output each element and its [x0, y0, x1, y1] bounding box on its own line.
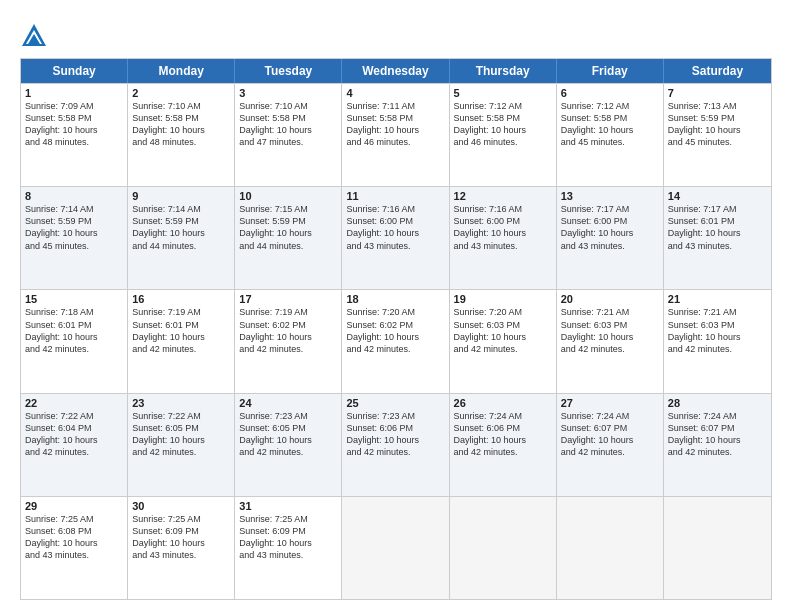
cell-line: and 43 minutes. — [346, 240, 444, 252]
cell-line: Sunrise: 7:12 AM — [561, 100, 659, 112]
cell-line: Sunrise: 7:21 AM — [561, 306, 659, 318]
day-number: 8 — [25, 190, 123, 202]
day-number: 16 — [132, 293, 230, 305]
cal-cell-5-2: 30Sunrise: 7:25 AMSunset: 6:09 PMDayligh… — [128, 497, 235, 599]
cal-cell-5-5 — [450, 497, 557, 599]
cell-line: Daylight: 10 hours — [132, 124, 230, 136]
cell-line: Sunrise: 7:09 AM — [25, 100, 123, 112]
header-day-monday: Monday — [128, 59, 235, 83]
cell-line: and 45 minutes. — [668, 136, 767, 148]
cell-line: Daylight: 10 hours — [561, 227, 659, 239]
cell-line: and 44 minutes. — [132, 240, 230, 252]
cell-line: and 48 minutes. — [132, 136, 230, 148]
cal-cell-4-4: 25Sunrise: 7:23 AMSunset: 6:06 PMDayligh… — [342, 394, 449, 496]
cal-cell-3-5: 19Sunrise: 7:20 AMSunset: 6:03 PMDayligh… — [450, 290, 557, 392]
day-number: 12 — [454, 190, 552, 202]
cell-line: Sunrise: 7:25 AM — [239, 513, 337, 525]
cell-line: Daylight: 10 hours — [346, 227, 444, 239]
cell-line: Daylight: 10 hours — [346, 331, 444, 343]
cell-line: and 45 minutes. — [561, 136, 659, 148]
cal-cell-5-1: 29Sunrise: 7:25 AMSunset: 6:08 PMDayligh… — [21, 497, 128, 599]
cell-line: Sunset: 6:01 PM — [668, 215, 767, 227]
cell-line: Sunset: 6:06 PM — [454, 422, 552, 434]
cal-cell-3-4: 18Sunrise: 7:20 AMSunset: 6:02 PMDayligh… — [342, 290, 449, 392]
cell-line: Sunset: 5:58 PM — [25, 112, 123, 124]
cell-line: and 42 minutes. — [25, 446, 123, 458]
cell-line: Sunset: 6:08 PM — [25, 525, 123, 537]
header — [20, 18, 772, 50]
header-day-sunday: Sunday — [21, 59, 128, 83]
cell-line: Sunset: 5:59 PM — [239, 215, 337, 227]
cell-line: Sunrise: 7:19 AM — [132, 306, 230, 318]
cell-line: and 43 minutes. — [132, 549, 230, 561]
cell-line: and 45 minutes. — [25, 240, 123, 252]
cell-line: Daylight: 10 hours — [668, 124, 767, 136]
calendar: SundayMondayTuesdayWednesdayThursdayFrid… — [20, 58, 772, 600]
cell-line: Sunrise: 7:15 AM — [239, 203, 337, 215]
cell-line: and 47 minutes. — [239, 136, 337, 148]
calendar-row-4: 22Sunrise: 7:22 AMSunset: 6:04 PMDayligh… — [21, 393, 771, 496]
cell-line: and 42 minutes. — [561, 446, 659, 458]
cal-cell-1-6: 6Sunrise: 7:12 AMSunset: 5:58 PMDaylight… — [557, 84, 664, 186]
cell-line: and 43 minutes. — [561, 240, 659, 252]
cell-line: Sunrise: 7:14 AM — [25, 203, 123, 215]
cal-cell-4-2: 23Sunrise: 7:22 AMSunset: 6:05 PMDayligh… — [128, 394, 235, 496]
day-number: 27 — [561, 397, 659, 409]
cal-cell-3-1: 15Sunrise: 7:18 AMSunset: 6:01 PMDayligh… — [21, 290, 128, 392]
day-number: 20 — [561, 293, 659, 305]
cal-cell-2-6: 13Sunrise: 7:17 AMSunset: 6:00 PMDayligh… — [557, 187, 664, 289]
cell-line: Sunset: 6:09 PM — [239, 525, 337, 537]
day-number: 29 — [25, 500, 123, 512]
cell-line: Daylight: 10 hours — [132, 537, 230, 549]
cell-line: and 48 minutes. — [25, 136, 123, 148]
day-number: 25 — [346, 397, 444, 409]
header-day-friday: Friday — [557, 59, 664, 83]
cal-cell-2-3: 10Sunrise: 7:15 AMSunset: 5:59 PMDayligh… — [235, 187, 342, 289]
calendar-header: SundayMondayTuesdayWednesdayThursdayFrid… — [21, 59, 771, 83]
cell-line: Sunset: 6:02 PM — [346, 319, 444, 331]
cell-line: and 46 minutes. — [454, 136, 552, 148]
cell-line: and 42 minutes. — [668, 343, 767, 355]
cal-cell-5-6 — [557, 497, 664, 599]
cell-line: Sunset: 6:03 PM — [561, 319, 659, 331]
page: SundayMondayTuesdayWednesdayThursdayFrid… — [0, 0, 792, 612]
cell-line: Daylight: 10 hours — [132, 434, 230, 446]
cell-line: Sunrise: 7:16 AM — [454, 203, 552, 215]
cell-line: and 42 minutes. — [239, 343, 337, 355]
logo — [20, 22, 52, 50]
cell-line: Sunset: 6:07 PM — [561, 422, 659, 434]
cell-line: Sunrise: 7:24 AM — [561, 410, 659, 422]
header-day-tuesday: Tuesday — [235, 59, 342, 83]
cal-cell-4-3: 24Sunrise: 7:23 AMSunset: 6:05 PMDayligh… — [235, 394, 342, 496]
cell-line: Daylight: 10 hours — [454, 434, 552, 446]
cell-line: and 42 minutes. — [454, 446, 552, 458]
cell-line: Sunset: 6:00 PM — [561, 215, 659, 227]
cell-line: and 43 minutes. — [454, 240, 552, 252]
cell-line: Sunrise: 7:24 AM — [454, 410, 552, 422]
cal-cell-4-7: 28Sunrise: 7:24 AMSunset: 6:07 PMDayligh… — [664, 394, 771, 496]
cell-line: Sunset: 6:04 PM — [25, 422, 123, 434]
cal-cell-3-7: 21Sunrise: 7:21 AMSunset: 6:03 PMDayligh… — [664, 290, 771, 392]
cal-cell-2-4: 11Sunrise: 7:16 AMSunset: 6:00 PMDayligh… — [342, 187, 449, 289]
cell-line: Daylight: 10 hours — [239, 331, 337, 343]
cell-line: Sunrise: 7:18 AM — [25, 306, 123, 318]
cell-line: and 42 minutes. — [132, 343, 230, 355]
cell-line: Sunrise: 7:13 AM — [668, 100, 767, 112]
cal-cell-4-1: 22Sunrise: 7:22 AMSunset: 6:04 PMDayligh… — [21, 394, 128, 496]
cell-line: Sunrise: 7:23 AM — [346, 410, 444, 422]
cell-line: Sunset: 5:58 PM — [454, 112, 552, 124]
cal-cell-1-7: 7Sunrise: 7:13 AMSunset: 5:59 PMDaylight… — [664, 84, 771, 186]
cal-cell-1-3: 3Sunrise: 7:10 AMSunset: 5:58 PMDaylight… — [235, 84, 342, 186]
cell-line: and 42 minutes. — [346, 446, 444, 458]
cal-cell-1-2: 2Sunrise: 7:10 AMSunset: 5:58 PMDaylight… — [128, 84, 235, 186]
cell-line: Sunset: 5:58 PM — [561, 112, 659, 124]
cal-cell-1-5: 5Sunrise: 7:12 AMSunset: 5:58 PMDaylight… — [450, 84, 557, 186]
cell-line: Daylight: 10 hours — [346, 434, 444, 446]
cell-line: Sunrise: 7:11 AM — [346, 100, 444, 112]
cell-line: Sunset: 6:00 PM — [454, 215, 552, 227]
cell-line: and 43 minutes. — [25, 549, 123, 561]
cell-line: Sunset: 5:58 PM — [239, 112, 337, 124]
cell-line: Sunrise: 7:23 AM — [239, 410, 337, 422]
cell-line: Daylight: 10 hours — [25, 124, 123, 136]
cell-line: Sunrise: 7:24 AM — [668, 410, 767, 422]
